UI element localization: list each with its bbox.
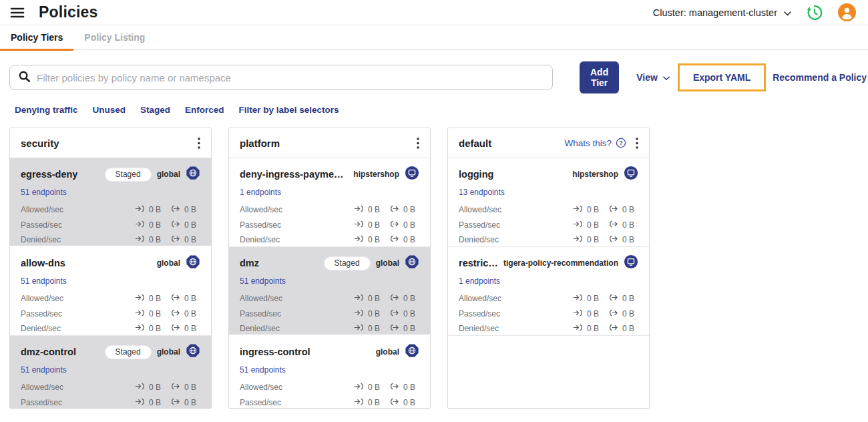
- whats-this-link[interactable]: Whats this? ?: [564, 138, 626, 148]
- endpoints-link[interactable]: 51 endpoints: [21, 365, 67, 375]
- cluster-selector-label: Cluster: management-cluster: [653, 7, 777, 18]
- filter-enforced[interactable]: Enforced: [185, 105, 224, 115]
- ingress-icon: [354, 235, 365, 244]
- view-dropdown-button[interactable]: View: [636, 72, 670, 83]
- metric-row: Denied/sec 0 B 0 B: [21, 232, 200, 248]
- endpoints-link[interactable]: 51 endpoints: [21, 188, 67, 197]
- endpoints-link[interactable]: 51 endpoints: [240, 365, 286, 375]
- ingress-value: 0 B: [368, 309, 380, 319]
- ingress-icon: [354, 324, 365, 333]
- tier-menu-kebab-icon[interactable]: [195, 136, 203, 150]
- metric-label: Passed/sec: [240, 220, 354, 230]
- endpoints-link[interactable]: 51 endpoints: [21, 276, 67, 286]
- namespace-policy-icon: [624, 254, 638, 272]
- cluster-selector[interactable]: Cluster: management-cluster: [653, 7, 791, 18]
- policy-card-egress-deny[interactable]: egress-deny Staged global 51 endpoints A…: [10, 158, 211, 247]
- metric-row: Passed/sec 0 B 0 B: [459, 218, 638, 233]
- metric-label: Passed/sec: [459, 309, 573, 319]
- egress-icon: [170, 235, 181, 244]
- metric-label: Allowed/sec: [240, 383, 354, 392]
- egress-value: 0 B: [184, 324, 196, 333]
- tier-header: platform ?: [229, 128, 430, 158]
- policy-search-box[interactable]: [9, 65, 553, 90]
- metric-row: Denied/sec 0 B 0 B: [459, 232, 638, 248]
- policy-scope-label: global: [157, 347, 180, 357]
- tier-menu-kebab-icon[interactable]: [633, 136, 641, 150]
- policy-metrics: Allowed/sec 0 B 0 B Passed/sec 0 B 0 B: [21, 291, 200, 337]
- egress-icon: [170, 205, 181, 214]
- policy-name-link[interactable]: dmz-control: [21, 347, 76, 357]
- ingress-value: 0 B: [149, 309, 161, 319]
- export-yaml-button[interactable]: Export YAML: [693, 72, 750, 83]
- policy-name-link[interactable]: logging: [459, 169, 493, 180]
- tier-column-default: default Whats this? ? logging hipstersho…: [447, 128, 650, 409]
- egress-value: 0 B: [403, 205, 415, 214]
- metric-row: Allowed/sec 0 B 0 B: [240, 291, 419, 306]
- policy-name-link[interactable]: egress-deny: [21, 169, 77, 180]
- ingress-icon: [135, 294, 146, 303]
- ingress-icon: [573, 324, 584, 333]
- policy-name-link[interactable]: allow-dns: [21, 258, 65, 268]
- search-input[interactable]: [37, 72, 544, 83]
- egress-value: 0 B: [622, 220, 634, 230]
- policy-scope-label: hipstershop: [353, 170, 399, 179]
- filter-staged[interactable]: Staged: [140, 105, 170, 115]
- policy-card-dmz-control[interactable]: dmz-control Staged global 51 endpoints A…: [10, 336, 211, 409]
- hamburger-menu-icon[interactable]: [9, 4, 27, 21]
- policy-name-link[interactable]: restricted: [459, 258, 498, 268]
- policy-name-link[interactable]: ingress-control: [240, 347, 310, 357]
- endpoints-link[interactable]: 13 endpoints: [459, 188, 505, 197]
- metric-row: Denied/sec 0 B 0 B: [240, 232, 419, 248]
- metric-label: Passed/sec: [240, 309, 354, 319]
- filter-unused[interactable]: Unused: [93, 105, 126, 115]
- egress-icon: [170, 220, 181, 230]
- endpoints-link[interactable]: 1 endpoints: [459, 276, 500, 286]
- filter-label-selectors[interactable]: Filter by label selectors: [239, 105, 339, 115]
- add-tier-button[interactable]: Add Tier: [580, 61, 619, 93]
- metric-row: Allowed/sec 0 B 0 B: [240, 202, 419, 218]
- policy-metrics: Allowed/sec 0 B 0 B Passed/sec 0 B 0 B: [240, 202, 419, 248]
- endpoints-link[interactable]: 51 endpoints: [240, 276, 286, 286]
- policy-metrics: Allowed/sec 0 B 0 B Passed/sec 0 B 0 B: [21, 380, 200, 409]
- tier-menu-kebab-icon[interactable]: [414, 136, 422, 150]
- tier-card-list: egress-deny Staged global 51 endpoints A…: [10, 158, 211, 409]
- metric-label: Denied/sec: [459, 235, 573, 244]
- policy-card-ingress-control[interactable]: ingress-control global 51 endpoints Allo…: [229, 336, 430, 409]
- filter-denying-traffic[interactable]: Denying traffic: [15, 105, 78, 115]
- endpoints-link[interactable]: 1 endpoints: [240, 188, 281, 197]
- policy-card-restricted[interactable]: restricted tigera-policy-recommendation …: [448, 247, 649, 336]
- egress-value: 0 B: [184, 235, 196, 244]
- ingress-value: 0 B: [149, 205, 161, 214]
- history-icon[interactable]: [806, 4, 823, 21]
- policy-name-link[interactable]: deny-ingress-paymentservi…: [240, 169, 348, 180]
- tier-column-platform: platform ? deny-ingress-paymentservi… hi…: [228, 128, 431, 409]
- ingress-value: 0 B: [587, 235, 599, 244]
- egress-value: 0 B: [622, 309, 634, 319]
- tab-policy-tiers[interactable]: Policy Tiers: [0, 25, 73, 49]
- metric-row: Passed/sec 0 B 0 B: [240, 306, 419, 322]
- egress-icon: [170, 398, 181, 407]
- policy-card-logging[interactable]: logging hipstershop 13 endpoints Allowed…: [448, 158, 649, 247]
- chevron-down-icon: [663, 72, 670, 83]
- policy-card-allow-dns[interactable]: allow-dns global 51 endpoints Allowed/se…: [10, 247, 211, 336]
- egress-value: 0 B: [622, 324, 634, 333]
- user-avatar-icon[interactable]: [838, 3, 856, 21]
- metric-row: Passed/sec 0 B 0 B: [459, 306, 638, 322]
- ingress-icon: [135, 383, 146, 392]
- ingress-icon: [354, 309, 365, 319]
- policy-card-dmz[interactable]: dmz Staged global 51 endpoints Allowed/s…: [229, 247, 430, 336]
- tab-policy-listing[interactable]: Policy Listing: [73, 25, 156, 49]
- egress-value: 0 B: [403, 294, 415, 303]
- staged-badge: Staged: [105, 345, 152, 359]
- metric-row: Allowed/sec 0 B 0 B: [459, 291, 638, 306]
- policy-name-link[interactable]: dmz: [240, 258, 259, 268]
- egress-value: 0 B: [403, 324, 415, 333]
- toolbar: Add Tier View Export YAML Recommend a Po…: [0, 50, 868, 93]
- ingress-value: 0 B: [587, 324, 599, 333]
- ingress-icon: [573, 220, 584, 230]
- egress-value: 0 B: [184, 309, 196, 319]
- metric-label: Allowed/sec: [21, 294, 135, 303]
- recommend-policy-button[interactable]: Recommend a Policy: [773, 72, 867, 83]
- policy-card-deny-ingress-paymentservi[interactable]: deny-ingress-paymentservi… hipstershop 1…: [229, 158, 430, 247]
- global-policy-icon: [186, 254, 200, 272]
